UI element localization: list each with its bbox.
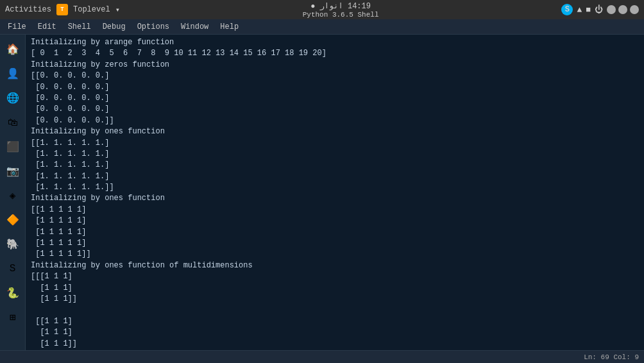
window-title: Python 3.6.5 Shell — [303, 11, 379, 19]
vlc-icon[interactable]: 🔶 — [3, 210, 22, 230]
wifi-icon: ▲ — [577, 5, 582, 15]
main-layout: 🏠👤🌐🛍⬛📷◈🔶🐘S🐍⊞ Initializing by arange func… — [0, 35, 644, 350]
menu-bar: FileEditShellDebugOptionsWindowHelp — [0, 19, 644, 35]
skype-icon[interactable]: S — [3, 259, 22, 278]
camera-icon[interactable]: 📷 — [3, 162, 22, 181]
battery-icon: ■ — [586, 5, 591, 15]
app-name-label[interactable]: Toplevel — [73, 5, 110, 14]
activities-label[interactable]: Activities — [5, 5, 51, 14]
vscode-icon[interactable]: ◈ — [3, 186, 22, 205]
top-bar-left: Activities T Toplevel ▾ — [5, 4, 120, 15]
power-icon: ⏻ — [595, 5, 603, 15]
terminal-icon[interactable]: ⬛ — [3, 137, 22, 156]
menu-item-help[interactable]: Help — [215, 21, 244, 33]
maximize-button[interactable] — [618, 5, 627, 14]
top-bar-right: S ▲ ■ ⏻ — [561, 4, 639, 15]
sidebar: 🏠👤🌐🛍⬛📷◈🔶🐘S🐍⊞ — [0, 35, 26, 350]
status-bar: Ln: 69 Col: 9 — [0, 350, 644, 363]
grid-icon[interactable]: ⊞ — [3, 308, 22, 327]
user-icon[interactable]: 👤 — [3, 64, 22, 83]
menu-item-shell[interactable]: Shell — [63, 21, 96, 33]
python-icon[interactable]: 🐍 — [3, 283, 22, 303]
menu-item-options[interactable]: Options — [132, 21, 174, 33]
terminal-output[interactable]: Initializing by arange function [ 0 1 2 … — [26, 35, 644, 350]
terminal-content: Initializing by arange function [ 0 1 2 … — [31, 37, 639, 350]
menu-item-file[interactable]: File — [3, 21, 31, 33]
cursor-position: Ln: 69 Col: 9 — [584, 353, 639, 361]
minimize-button[interactable] — [607, 5, 616, 14]
menu-item-edit[interactable]: Edit — [33, 21, 62, 33]
clock-label: 14:19 انوار ● — [310, 1, 371, 11]
top-bar-center: 14:19 انوار ● Python 3.6.5 Shell — [303, 1, 379, 19]
close-button[interactable] — [630, 5, 639, 14]
menu-item-debug[interactable]: Debug — [97, 21, 131, 33]
home-icon[interactable]: 🏠 — [3, 40, 22, 59]
dropdown-arrow[interactable]: ▾ — [115, 5, 120, 15]
window-controls — [607, 5, 639, 14]
top-bar: Activities T Toplevel ▾ 14:19 انوار ● Py… — [0, 0, 644, 19]
app7-icon[interactable]: 🐘 — [3, 235, 22, 254]
skype-status-icon: S — [561, 4, 573, 15]
menu-item-window[interactable]: Window — [176, 21, 214, 33]
logo-letter: T — [60, 6, 64, 13]
store-icon[interactable]: 🛍 — [3, 113, 22, 132]
app-logo: T — [56, 4, 68, 15]
browser-icon[interactable]: 🌐 — [3, 89, 22, 108]
